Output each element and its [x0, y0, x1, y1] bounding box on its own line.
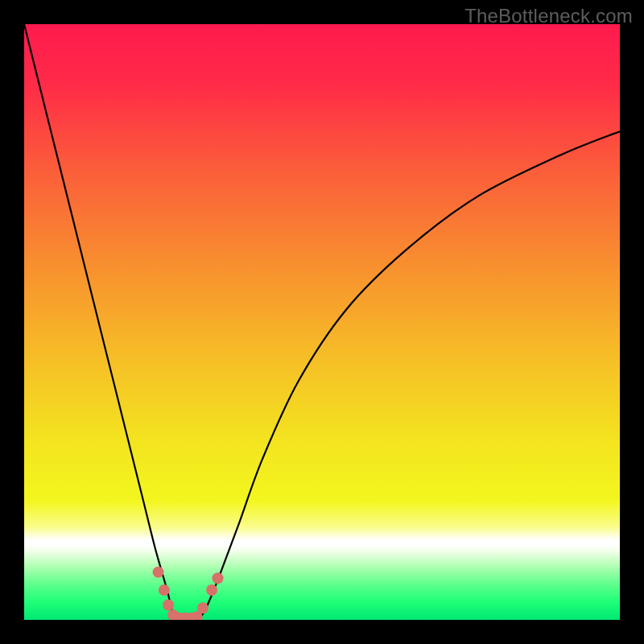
- plot-area: [24, 24, 620, 620]
- watermark-text: TheBottleneck.com: [464, 5, 633, 27]
- curve-layer: [24, 24, 620, 620]
- curve-marker: [206, 584, 217, 596]
- curve-marker: [197, 602, 208, 613]
- chart-frame: TheBottleneck.com: [0, 0, 644, 644]
- curve-marker: [159, 584, 170, 596]
- curve-marker: [213, 572, 224, 584]
- curve-markers: [153, 567, 224, 620]
- curve-marker: [163, 600, 174, 611]
- bottleneck-curve: [24, 24, 620, 620]
- curve-marker: [153, 567, 164, 578]
